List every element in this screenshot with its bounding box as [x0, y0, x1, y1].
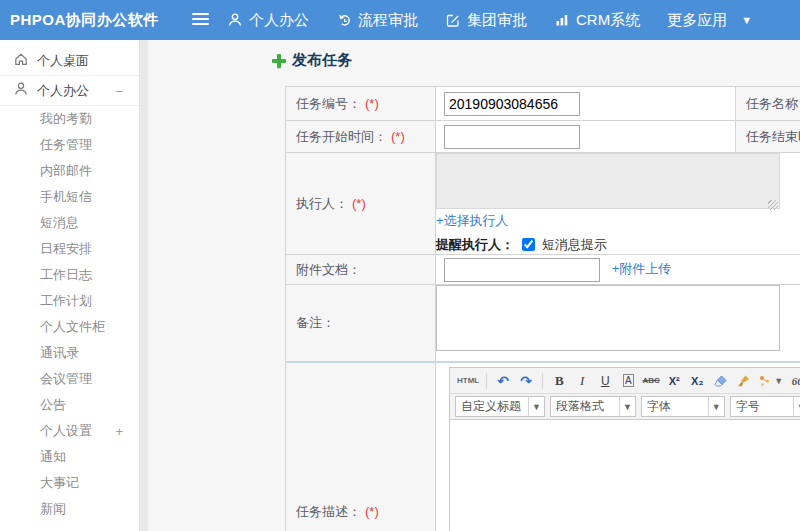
sidebar-item-notice[interactable]: 通知: [0, 444, 139, 470]
paragraph-format-dropdown[interactable]: 段落格式 ▼: [550, 396, 636, 417]
bar-chart-icon: [554, 12, 570, 28]
required-marker: (*): [365, 504, 379, 519]
sidebar-item-work-log[interactable]: 工作日志: [0, 262, 139, 288]
auto-typeset-icon[interactable]: ▼: [755, 371, 785, 390]
format-brush-icon[interactable]: [732, 371, 754, 390]
strikethrough-button[interactable]: ABC: [640, 371, 662, 390]
undo-button[interactable]: ↶: [492, 371, 514, 390]
task-form-table: 任务编号：(*) 任务名称：(*) 任务开始时间：(*) 任务结束时间: [285, 86, 800, 362]
nav-personal-office[interactable]: 个人办公: [227, 11, 309, 30]
remind-executor-label: 提醒执行人：: [436, 236, 514, 254]
sidebar-item-personal-files[interactable]: 个人文件柜: [0, 314, 139, 340]
expand-icon[interactable]: +: [115, 424, 123, 439]
sidebar-item-label: 个人桌面: [37, 52, 89, 70]
sidebar-item-personal-desktop[interactable]: 个人桌面: [0, 46, 139, 76]
sidebar-item-internal-mail[interactable]: 内部邮件: [0, 158, 139, 184]
caret-down-icon: ▼: [793, 397, 800, 416]
user-icon: [13, 81, 29, 100]
sidebar-item-major-events[interactable]: 大事记: [0, 470, 139, 496]
nav-label: 流程审批: [358, 11, 418, 30]
required-marker: (*): [352, 196, 366, 211]
nav-label: 集团审批: [467, 11, 527, 30]
nav-workflow-approval[interactable]: 流程审批: [336, 11, 418, 30]
custom-title-dropdown[interactable]: 自定义标题 ▼: [455, 396, 545, 417]
sidebar-item-partial[interactable]: [0, 522, 139, 531]
sms-remind-label: 短消息提示: [542, 236, 607, 254]
required-marker: (*): [365, 96, 379, 111]
rich-text-editor: HTML ↶ ↷ B I U A ABC X² X₂: [449, 367, 800, 531]
nav-label: 更多应用: [667, 11, 727, 30]
task-number-label-cell: 任务编号：(*): [286, 87, 436, 121]
sidebar-item-my-attendance[interactable]: 我的考勤: [0, 106, 139, 132]
executor-textarea[interactable]: [436, 153, 780, 209]
sidebar-item-label: 个人办公: [37, 82, 89, 100]
task-number-input[interactable]: [444, 92, 580, 116]
start-time-label-cell: 任务开始时间：(*): [286, 121, 436, 153]
attachment-label-cell: 附件文档：: [286, 255, 436, 285]
sidebar-item-news[interactable]: 新闻: [0, 496, 139, 522]
font-family-dropdown[interactable]: 字体 ▼: [641, 396, 725, 417]
remark-label-cell: 备注：: [286, 285, 436, 362]
caret-down-icon: ▼: [708, 397, 724, 416]
task-name-label-cell: 任务名称：(*): [736, 87, 800, 121]
executor-cell: +选择执行人 提醒执行人： 短消息提示: [436, 153, 800, 255]
subscript-button[interactable]: X₂: [686, 371, 708, 390]
executor-label-cell: 执行人：(*): [286, 153, 436, 255]
sidebar-item-personal-settings[interactable]: 个人设置 +: [0, 418, 139, 444]
menu-icon[interactable]: [192, 13, 209, 27]
remark-textarea[interactable]: [436, 285, 780, 351]
sidebar-item-contacts[interactable]: 通讯录: [0, 340, 139, 366]
main-content: 发布任务 任务编号：(*) 任务名称：(*) 任务开始时间：(*): [148, 40, 800, 531]
task-number-cell: [436, 87, 736, 121]
start-time-input[interactable]: [444, 125, 580, 149]
blockquote-button[interactable]: 66: [786, 371, 800, 390]
top-navbar: PHPOA协同办公软件 个人办公 流程审批 集团审批: [0, 0, 800, 40]
nav-group-approval[interactable]: 集团审批: [445, 11, 527, 30]
description-label-cell: 任务描述：(*): [286, 363, 436, 531]
remark-cell: [436, 285, 800, 362]
attachment-upload-link[interactable]: +附件上传: [612, 261, 672, 276]
italic-button[interactable]: I: [571, 371, 593, 390]
end-time-label-cell: 任务结束时间：(*): [736, 121, 800, 153]
font-size-dropdown[interactable]: 字号 ▼: [730, 396, 800, 417]
font-border-button[interactable]: A: [617, 371, 639, 390]
sms-remind-checkbox[interactable]: [522, 238, 535, 251]
redo-button[interactable]: ↷: [515, 371, 537, 390]
app-window: PHPOA协同办公软件 个人办公 流程审批 集团审批: [0, 0, 800, 531]
sidebar-item-meeting-management[interactable]: 会议管理: [0, 366, 139, 392]
sidebar-item-schedule[interactable]: 日程安排: [0, 236, 139, 262]
sidebar-item-task-management[interactable]: 任务管理: [0, 132, 139, 158]
sidebar-item-work-plan[interactable]: 工作计划: [0, 288, 139, 314]
underline-button[interactable]: U: [594, 371, 616, 390]
editor-toolbar-row1: HTML ↶ ↷ B I U A ABC X² X₂: [450, 368, 800, 394]
add-icon: [272, 54, 286, 68]
editor-content-area[interactable]: [450, 420, 800, 531]
description-table: 任务描述：(*) HTML ↶ ↷ B I U A: [285, 362, 800, 531]
sidebar-item-mobile-sms[interactable]: 手机短信: [0, 184, 139, 210]
collapse-icon[interactable]: −: [115, 83, 123, 98]
nav-crm-system[interactable]: CRM系统: [554, 11, 640, 30]
page-title-text: 发布任务: [292, 51, 352, 70]
caret-down-icon: ▼: [619, 397, 635, 416]
attachment-input[interactable]: [444, 258, 600, 282]
sidebar: 个人桌面 个人办公 − 我的考勤 任务管理 内部邮件 手机短信 短消息 日程安排…: [0, 40, 140, 531]
html-source-button[interactable]: HTML: [455, 371, 481, 390]
nav-label: 个人办公: [249, 11, 309, 30]
top-nav: 个人办公 流程审批 集团审批 CRM系统 更多应用: [227, 0, 752, 40]
edit-icon: [445, 12, 461, 28]
sidebar-item-short-message[interactable]: 短消息: [0, 210, 139, 236]
eraser-icon[interactable]: [709, 371, 731, 390]
sidebar-item-announcement[interactable]: 公告: [0, 392, 139, 418]
sidebar-item-personal-office[interactable]: 个人办公 −: [0, 76, 139, 106]
start-time-cell: [436, 121, 736, 153]
history-icon: [336, 12, 352, 28]
choose-executor-link[interactable]: +选择执行人: [436, 213, 509, 228]
editor-toolbar-row2: 自定义标题 ▼ 段落格式 ▼ 字体 ▼: [450, 394, 800, 420]
user-icon: [227, 12, 243, 28]
bold-button[interactable]: B: [548, 371, 570, 390]
nav-more-apps[interactable]: 更多应用 ▼: [667, 11, 752, 30]
resize-grip[interactable]: [768, 200, 778, 210]
caret-down-icon: ▼: [774, 376, 783, 386]
superscript-button[interactable]: X²: [663, 371, 685, 390]
description-cell: HTML ↶ ↷ B I U A ABC X² X₂: [436, 363, 800, 531]
